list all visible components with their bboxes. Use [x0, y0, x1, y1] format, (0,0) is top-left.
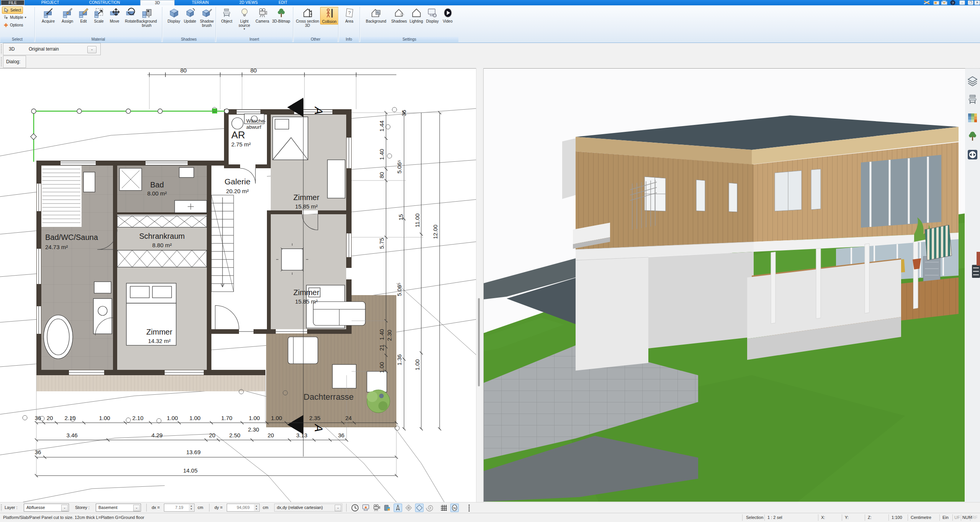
tab-project[interactable]: PROJECT: [37, 0, 64, 5]
svg-text:36: 36: [35, 449, 41, 455]
north-circle-icon[interactable]: N: [450, 504, 459, 512]
tab-construction[interactable]: CONSTRUCTION: [87, 0, 123, 5]
object-button[interactable]: Object: [218, 7, 235, 24]
bottom-grip[interactable]: [1, 504, 2, 511]
svg-text:?: ?: [952, 1, 954, 5]
selection-highlight[interactable]: [31, 108, 229, 162]
grid-icon[interactable]: [440, 504, 448, 512]
dy-spinner[interactable]: ▲▼: [254, 504, 259, 511]
svg-text:?: ?: [348, 10, 351, 16]
house-3d: [562, 115, 959, 371]
camera-icon: [257, 8, 268, 18]
video-button[interactable]: Video: [440, 7, 456, 24]
swirl-icon[interactable]: [426, 504, 434, 512]
tab-2d-views[interactable]: 2D VIEWS: [234, 0, 263, 5]
options-button[interactable]: Options: [2, 22, 25, 28]
terrain-select[interactable]: Original terrain ⌄: [26, 45, 98, 54]
rf-indicator[interactable]: RF: [972, 515, 978, 520]
coord-mode-value: dx,dy (relative cartesian): [277, 505, 323, 510]
help-icon[interactable]: ?: [950, 0, 955, 5]
layer-dropdown[interactable]: Abfluesse ⌄: [24, 504, 69, 512]
background-brush-button[interactable]: Background brush: [131, 7, 162, 28]
area-button[interactable]: ? Area: [341, 7, 357, 24]
move-button[interactable]: Move: [106, 7, 123, 24]
more-options-icon[interactable]: [465, 504, 473, 512]
multiple-button[interactable]: Multiple ▾: [2, 14, 28, 21]
assign-button[interactable]: Assign: [58, 7, 77, 24]
terrain-select-value: Original terrain: [29, 46, 59, 52]
toolbar-grip-2[interactable]: [1, 57, 2, 67]
display-settings-icon[interactable]: [362, 504, 370, 512]
bitmap-3d-button[interactable]: 3D-Bitmap: [270, 7, 293, 24]
settings-display-button[interactable]: Display: [424, 7, 441, 24]
tab-3d[interactable]: 3D: [140, 0, 175, 5]
dx-spinner[interactable]: ▲▼: [189, 504, 194, 511]
storey-dropdown[interactable]: Basement ⌄: [96, 504, 141, 512]
shadow-display-button[interactable]: Display: [165, 7, 182, 24]
drawing-scale[interactable]: 1:100: [892, 515, 902, 520]
remote-view-icon[interactable]: [967, 149, 978, 160]
settings-shadows-button[interactable]: Shadows: [390, 7, 408, 24]
acquire-button[interactable]: Acquire: [38, 7, 58, 24]
dx-input[interactable]: 7.19 ▲▼: [164, 504, 195, 512]
ein-indicator[interactable]: Ein: [942, 515, 949, 520]
toolbar-grip[interactable]: [1, 44, 2, 54]
svg-text:1.00: 1.00: [414, 359, 420, 370]
layer-value: Abfluesse: [26, 505, 45, 510]
plants-icon[interactable]: [967, 131, 978, 142]
camera-small-icon[interactable]: [372, 504, 381, 512]
minimize-button[interactable]: –: [959, 0, 965, 5]
collision-button[interactable]: Collision: [320, 7, 339, 25]
dx-value: 7.19: [175, 505, 183, 510]
coord-mode-dropdown[interactable]: dx,dy (relative cartesian) ⌄: [274, 504, 342, 512]
layers-icon[interactable]: [967, 76, 978, 87]
shadow-update-button[interactable]: Update: [182, 7, 198, 24]
project-box-icon[interactable]: [933, 0, 939, 5]
svg-text:1.00: 1.00: [378, 362, 385, 373]
view3d-render[interactable]: [484, 69, 965, 502]
tab-file[interactable]: FILE: [1, 0, 25, 5]
tools-icon[interactable]: [923, 0, 931, 5]
light-source-button[interactable]: Light source▾: [234, 7, 254, 31]
diamond-icon[interactable]: [415, 504, 424, 512]
floorplan-canvas[interactable]: A A: [0, 68, 482, 502]
plan-scrollbar-track[interactable]: [476, 68, 482, 502]
hatch-pattern-icon[interactable]: [404, 504, 413, 512]
splitter-handle[interactable]: [972, 265, 980, 278]
chevron-down-icon[interactable]: ⌄: [87, 46, 97, 53]
dy-input[interactable]: 94,069 ▲▼: [227, 504, 260, 512]
edit-button[interactable]: Edit: [76, 7, 91, 24]
collision-label: Collision: [322, 20, 337, 24]
floorplan-drawing[interactable]: A A: [0, 69, 482, 502]
time-icon[interactable]: [351, 504, 359, 512]
shadow-display-label: Display: [168, 19, 180, 23]
assign-label: Assign: [62, 19, 73, 23]
background-button[interactable]: Background: [362, 7, 391, 24]
light-source-label: Light source: [235, 19, 254, 28]
unit-indicator[interactable]: Centimetre: [911, 515, 931, 520]
lighting-button[interactable]: Lighting: [407, 7, 425, 24]
svg-text:Dachterrasse: Dachterrasse: [304, 392, 354, 402]
uf-indicator[interactable]: UF: [954, 515, 960, 520]
archive-icon[interactable]: [941, 0, 947, 5]
cube-update-icon: [185, 8, 195, 18]
y-coordinate: Y:: [845, 515, 849, 520]
tab-edit[interactable]: EDIT: [274, 0, 292, 5]
material-colors-icon[interactable]: [967, 112, 978, 123]
cross-section-3d-button[interactable]: Cross section 3D: [295, 7, 320, 28]
camera-button[interactable]: Camera: [254, 7, 271, 24]
select-button[interactable]: Select: [2, 7, 23, 14]
view3d-canvas[interactable]: [483, 68, 965, 502]
shadow-brush-button[interactable]: Shadow brush: [198, 7, 216, 28]
scale-button[interactable]: Scale: [90, 7, 107, 24]
num-indicator[interactable]: NUM: [962, 515, 972, 520]
furniture-icon[interactable]: [967, 94, 978, 105]
svg-text:Schrankraum: Schrankraum: [139, 232, 185, 240]
tab-terrain[interactable]: TERRAIN: [187, 0, 214, 5]
restore-button[interactable]: ❐: [968, 0, 973, 5]
dy-value: 94,069: [237, 505, 250, 510]
materials-box-icon[interactable]: [383, 504, 391, 512]
north-arrow-icon[interactable]: [394, 504, 402, 512]
plan-scrollbar-thumb[interactable]: [478, 298, 480, 386]
close-button[interactable]: ✕: [974, 0, 980, 5]
